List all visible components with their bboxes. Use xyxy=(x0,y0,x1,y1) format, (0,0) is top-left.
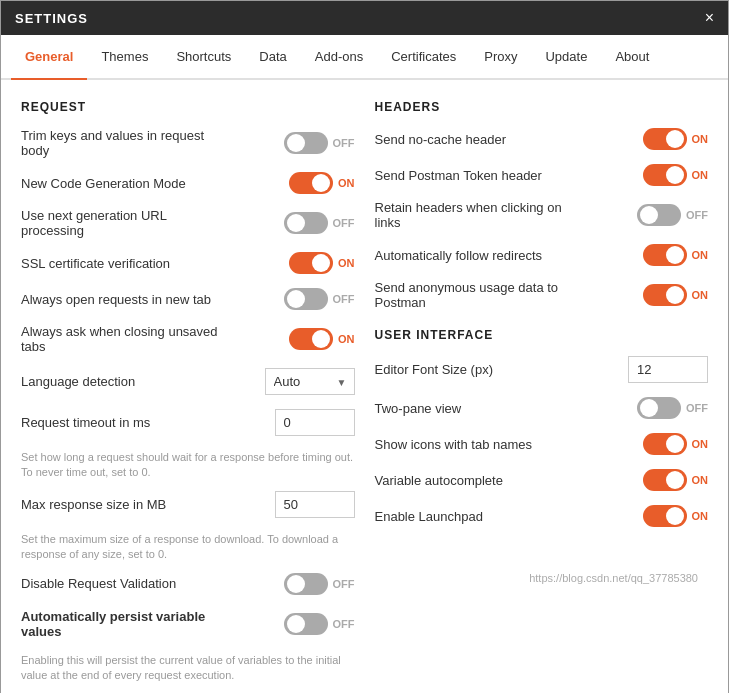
new-tab-track[interactable] xyxy=(284,288,328,310)
anonymous-usage-track[interactable] xyxy=(643,284,687,306)
autocomplete-toggle[interactable]: ON xyxy=(643,469,709,491)
lang-detect-select-wrapper[interactable]: Auto Manual xyxy=(265,368,355,395)
trim-keys-toggle[interactable]: OFF xyxy=(284,132,355,154)
unsaved-tabs-thumb xyxy=(312,330,330,348)
url-processing-toggle[interactable]: OFF xyxy=(284,212,355,234)
ssl-track[interactable] xyxy=(289,252,333,274)
launchpad-label: Enable Launchpad xyxy=(375,509,483,524)
setting-launchpad: Enable Launchpad ON xyxy=(375,505,709,527)
new-tab-thumb xyxy=(287,290,305,308)
close-button[interactable]: × xyxy=(705,9,714,27)
tab-addons[interactable]: Add-ons xyxy=(301,35,377,80)
postman-token-toggle[interactable]: ON xyxy=(643,164,709,186)
setting-unsaved-tabs: Always ask when closing unsaved tabs ON xyxy=(21,324,355,354)
launchpad-track[interactable] xyxy=(643,505,687,527)
url-processing-thumb xyxy=(287,214,305,232)
persist-vars-state: OFF xyxy=(333,618,355,630)
tab-shortcuts[interactable]: Shortcuts xyxy=(162,35,245,80)
setting-no-cache: Send no-cache header ON xyxy=(375,128,709,150)
unsaved-tabs-track[interactable] xyxy=(289,328,333,350)
autocomplete-label: Variable autocomplete xyxy=(375,473,503,488)
setting-two-pane: Two-pane view OFF xyxy=(375,397,709,419)
disable-validation-thumb xyxy=(287,575,305,593)
postman-token-track[interactable] xyxy=(643,164,687,186)
setting-max-response: Max response size in MB Set the maximum … xyxy=(21,491,355,563)
anonymous-usage-toggle[interactable]: ON xyxy=(643,284,709,306)
no-cache-track[interactable] xyxy=(643,128,687,150)
right-column: HEADERS Send no-cache header ON Send Pos… xyxy=(375,100,709,693)
tab-update[interactable]: Update xyxy=(531,35,601,80)
tab-about[interactable]: About xyxy=(601,35,663,80)
max-response-label: Max response size in MB xyxy=(21,497,166,512)
show-icons-toggle[interactable]: ON xyxy=(643,433,709,455)
ssl-thumb xyxy=(312,254,330,272)
disable-validation-toggle[interactable]: OFF xyxy=(284,573,355,595)
persist-vars-note: Enabling this will persist the current v… xyxy=(21,653,355,684)
tab-general[interactable]: General xyxy=(11,35,87,80)
tab-data[interactable]: Data xyxy=(245,35,300,80)
two-pane-toggle[interactable]: OFF xyxy=(637,397,708,419)
autocomplete-state: ON xyxy=(692,474,709,486)
max-response-input[interactable] xyxy=(275,491,355,518)
unsaved-tabs-state: ON xyxy=(338,333,355,345)
retain-headers-track[interactable] xyxy=(637,204,681,226)
persist-vars-thumb xyxy=(287,615,305,633)
url-processing-track[interactable] xyxy=(284,212,328,234)
show-icons-state: ON xyxy=(692,438,709,450)
follow-redirects-state: ON xyxy=(692,249,709,261)
lang-detect-select[interactable]: Auto Manual xyxy=(265,368,355,395)
two-pane-state: OFF xyxy=(686,402,708,414)
setting-persist-vars: Automatically persist variable values OF… xyxy=(21,609,355,684)
follow-redirects-track[interactable] xyxy=(643,244,687,266)
disable-validation-state: OFF xyxy=(333,578,355,590)
launchpad-toggle[interactable]: ON xyxy=(643,505,709,527)
no-cache-label: Send no-cache header xyxy=(375,132,507,147)
persist-vars-label: Automatically persist variable values xyxy=(21,609,221,639)
code-gen-label: New Code Generation Mode xyxy=(21,176,186,191)
watermark: https://blog.csdn.net/qq_37785380 xyxy=(375,567,709,589)
disable-validation-track[interactable] xyxy=(284,573,328,595)
anonymous-usage-state: ON xyxy=(692,289,709,301)
two-pane-track[interactable] xyxy=(637,397,681,419)
left-column: REQUEST Trim keys and values in request … xyxy=(21,100,355,693)
retain-headers-toggle[interactable]: OFF xyxy=(637,204,708,226)
tab-certificates[interactable]: Certificates xyxy=(377,35,470,80)
setting-trim-keys: Trim keys and values in request body OFF xyxy=(21,128,355,158)
new-tab-toggle[interactable]: OFF xyxy=(284,288,355,310)
no-cache-thumb xyxy=(666,130,684,148)
code-gen-track[interactable] xyxy=(289,172,333,194)
persist-vars-toggle[interactable]: OFF xyxy=(284,613,355,635)
follow-redirects-toggle[interactable]: ON xyxy=(643,244,709,266)
setting-code-gen: New Code Generation Mode ON xyxy=(21,172,355,194)
follow-redirects-thumb xyxy=(666,246,684,264)
autocomplete-track[interactable] xyxy=(643,469,687,491)
unsaved-tabs-toggle[interactable]: ON xyxy=(289,328,355,350)
setting-anonymous-usage: Send anonymous usage data to Postman ON xyxy=(375,280,709,310)
code-gen-thumb xyxy=(312,174,330,192)
postman-token-thumb xyxy=(666,166,684,184)
setting-postman-token: Send Postman Token header ON xyxy=(375,164,709,186)
anonymous-usage-thumb xyxy=(666,286,684,304)
trim-keys-label: Trim keys and values in request body xyxy=(21,128,221,158)
two-pane-thumb xyxy=(640,399,658,417)
persist-vars-track[interactable] xyxy=(284,613,328,635)
retain-headers-label: Retain headers when clicking on links xyxy=(375,200,575,230)
postman-token-label: Send Postman Token header xyxy=(375,168,542,183)
ssl-state: ON xyxy=(338,257,355,269)
show-icons-track[interactable] xyxy=(643,433,687,455)
setting-ssl: SSL certificate verification ON xyxy=(21,252,355,274)
font-size-input[interactable] xyxy=(628,356,708,383)
lang-detect-label: Language detection xyxy=(21,374,135,389)
disable-validation-label: Disable Request Validation xyxy=(21,576,176,591)
launchpad-state: ON xyxy=(692,510,709,522)
ssl-toggle[interactable]: ON xyxy=(289,252,355,274)
timeout-input[interactable] xyxy=(275,409,355,436)
code-gen-toggle[interactable]: ON xyxy=(289,172,355,194)
code-gen-state: ON xyxy=(338,177,355,189)
trim-keys-track[interactable] xyxy=(284,132,328,154)
tab-proxy[interactable]: Proxy xyxy=(470,35,531,80)
launchpad-thumb xyxy=(666,507,684,525)
tab-themes[interactable]: Themes xyxy=(87,35,162,80)
no-cache-toggle[interactable]: ON xyxy=(643,128,709,150)
setting-show-icons: Show icons with tab names ON xyxy=(375,433,709,455)
